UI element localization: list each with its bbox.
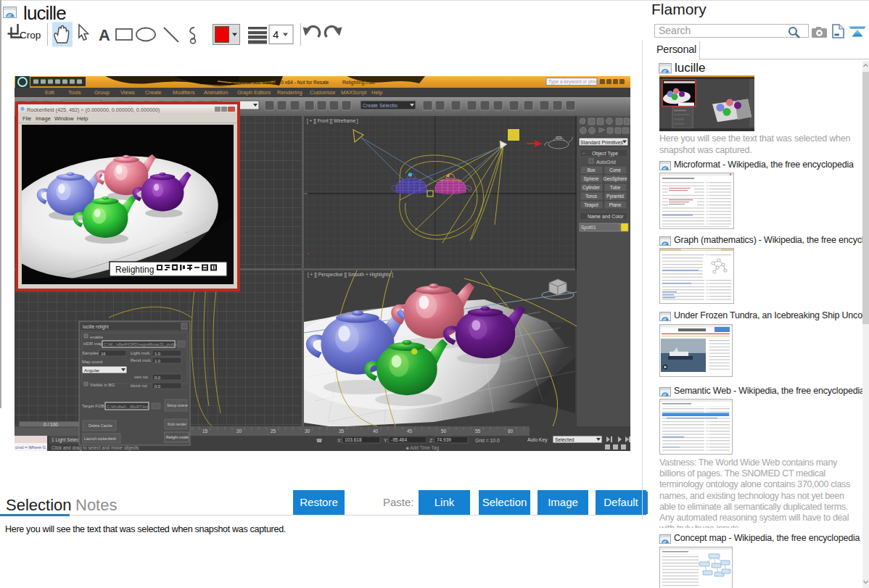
svg-text:40: 40 <box>373 428 379 434</box>
svg-text:Map coord: Map coord <box>82 360 102 364</box>
svg-text:Light mult.: Light mult. <box>131 351 151 355</box>
svg-text:Create Selectio: Create Selectio <box>363 103 398 108</box>
svg-text:74.939: 74.939 <box>437 437 451 442</box>
svg-text:HDR map: HDR map <box>83 341 103 346</box>
svg-text:Rockenfield (425, 462) = (0.00: Rockenfield (425, 462) = (0.000000, 0.00… <box>27 107 160 113</box>
svg-text:60: 60 <box>508 428 514 434</box>
svg-text:4: 4 <box>273 28 279 41</box>
svg-text:Spot01: Spot01 <box>581 225 596 231</box>
svg-text:Relighting.max: Relighting.max <box>342 80 376 86</box>
svg-text:55: 55 <box>475 428 481 434</box>
svg-text:Target FOB: Target FOB <box>82 404 104 408</box>
svg-text:MAXScript: MAXScript <box>341 89 367 96</box>
svg-text:Customize: Customize <box>310 89 335 96</box>
svg-text:Plane: Plane <box>609 202 622 207</box>
svg-text:Modifiers: Modifiers <box>173 89 195 96</box>
svg-text:Cone: Cone <box>609 167 621 173</box>
svg-text:Window: Window <box>54 115 74 122</box>
svg-text:Views: Views <box>120 89 135 96</box>
svg-text:Samples: Samples <box>82 351 99 355</box>
svg-text:AutoGrid: AutoGrid <box>596 160 616 165</box>
svg-text:Torus: Torus <box>585 194 598 199</box>
svg-text:Type a keyword or phrase: Type a keyword or phrase <box>548 79 603 85</box>
svg-text:Tools: Tools <box>68 89 81 96</box>
svg-text:[ + ][ Front ][ Wireframe ]: [ + ][ Front ][ Wireframe ] <box>307 118 358 124</box>
svg-text:Kick render: Kick render <box>168 422 187 426</box>
svg-text:103.618: 103.618 <box>345 437 362 442</box>
svg-text:Object Type: Object Type <box>592 151 618 157</box>
svg-text:X:: X: <box>337 438 342 443</box>
svg-text:0.0: 0.0 <box>155 376 160 380</box>
svg-text:enable: enable <box>90 335 104 339</box>
svg-text:Standard Primitives: Standard Primitives <box>580 140 624 145</box>
svg-text:Sphere: Sphere <box>584 176 599 182</box>
svg-text:C:\W...\x8a4HORD\negreMorac31_: C:\W...\x8a4HORD\negreMorac31_probe.hdr <box>104 342 184 347</box>
svg-text:Launch rockenfield: Launch rockenfield <box>84 436 116 441</box>
svg-text:Relighting: Relighting <box>115 265 154 275</box>
svg-text:Tube: Tube <box>610 185 621 190</box>
svg-text:45: 45 <box>407 428 413 434</box>
svg-text:C:\W\x8a4\...\BluRT.brd: C:\W\x8a4\...\BluRT.brd <box>107 405 148 409</box>
svg-text:Setup scene: Setup scene <box>167 403 188 407</box>
svg-text:0.0: 0.0 <box>155 384 160 389</box>
svg-text:Create: Create <box>145 89 162 96</box>
svg-text:Relight mode: Relight mode <box>166 435 189 439</box>
svg-text:-95.464: -95.464 <box>391 437 407 442</box>
svg-text:1.0: 1.0 <box>155 359 160 363</box>
svg-text:Y:: Y: <box>384 438 388 443</box>
svg-text:File: File <box>22 115 31 122</box>
svg-text:Animation: Animation <box>204 89 228 96</box>
svg-text:Teapot: Teapot <box>584 202 598 208</box>
svg-text:cmd = Where G..: cmd = Where G.. <box>15 445 49 450</box>
svg-text:Grid = 10.0: Grid = 10.0 <box>475 438 500 443</box>
svg-text:•: • <box>308 252 309 256</box>
svg-text:Click and drag to select and m: Click and drag to select and move object… <box>52 445 139 451</box>
svg-text:Horiz rot: Horiz rot <box>131 384 147 388</box>
svg-text:Crop: Crop <box>20 30 41 41</box>
svg-text:50: 50 <box>441 428 447 434</box>
svg-text:16: 16 <box>101 352 105 356</box>
svg-text:Graph Editors: Graph Editors <box>237 89 271 96</box>
svg-text:Help: Help <box>371 89 382 96</box>
svg-text:[ + ][ Perspective ][ Smooth +: [ + ][ Perspective ][ Smooth + Highlight… <box>308 272 393 278</box>
svg-text:vert rot: vert rot <box>134 375 148 379</box>
svg-text:Name and Color: Name and Color <box>588 214 624 219</box>
svg-text:■ Add Time Tag: ■ Add Time Tag <box>406 445 439 451</box>
svg-text:−: − <box>582 151 585 156</box>
svg-text:15: 15 <box>202 428 208 434</box>
svg-text:30: 30 <box>305 428 310 434</box>
svg-text:1.0: 1.0 <box>155 352 160 356</box>
svg-text:A: A <box>99 26 110 44</box>
svg-text:Cylinder: Cylinder <box>582 185 601 191</box>
svg-text:20: 20 <box>236 428 242 434</box>
svg-text:Group: Group <box>94 89 110 96</box>
svg-text:Pyramid: Pyramid <box>606 194 624 199</box>
svg-text:25: 25 <box>271 428 276 434</box>
svg-text:0 / 100: 0 / 100 <box>44 422 58 427</box>
svg-text:Delete Cache: Delete Cache <box>88 423 112 428</box>
svg-text:Box: Box <box>587 167 596 173</box>
svg-text:Visible in BG: Visible in BG <box>90 383 115 387</box>
svg-text:Autodesk 3ds Max 2010 x64 - No: Autodesk 3ds Max 2010 x64 - Not for Resa… <box>231 80 329 85</box>
svg-text:Edit: Edit <box>45 89 55 96</box>
svg-text:Rend mult.: Rend mult. <box>131 358 152 363</box>
svg-text:GeoSphere: GeoSphere <box>603 176 627 182</box>
svg-text:Auto Key: Auto Key <box>527 437 548 443</box>
svg-text:Rendering: Rendering <box>277 89 302 96</box>
svg-text:Image: Image <box>36 115 51 122</box>
svg-text:☎: ☎ <box>316 438 322 443</box>
svg-text:35: 35 <box>339 428 345 434</box>
svg-text:Help: Help <box>77 115 88 122</box>
svg-text:Selected: Selected <box>555 437 574 442</box>
svg-text:Z:: Z: <box>429 438 434 443</box>
svg-text:lucille relight: lucille relight <box>83 324 109 330</box>
svg-text:Angular: Angular <box>84 368 99 373</box>
